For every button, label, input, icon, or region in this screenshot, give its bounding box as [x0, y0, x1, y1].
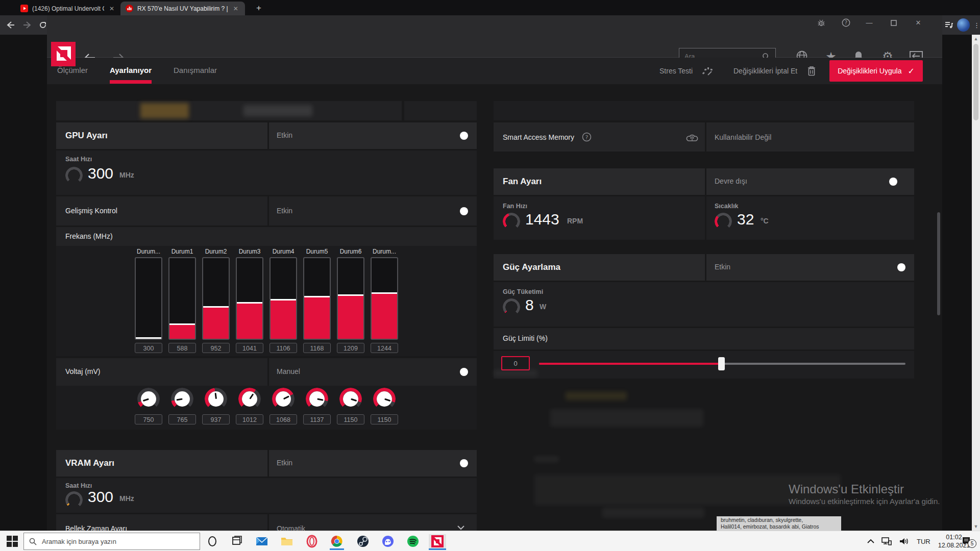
voltage-knob-column: 937: [202, 388, 230, 424]
bug-report-icon[interactable]: [813, 16, 830, 30]
voltage-knob[interactable]: [306, 388, 328, 410]
file-explorer-icon[interactable]: [280, 534, 294, 548]
frequency-value-box[interactable]: 1244: [371, 343, 398, 353]
browser-menu-icon[interactable]: ⋮: [973, 21, 980, 29]
frequency-bar[interactable]: [337, 257, 364, 340]
tab-close-icon[interactable]: ✕: [109, 5, 114, 12]
browser-forward-icon[interactable]: [22, 21, 32, 29]
browser-tab-2[interactable]: RX 570'e Nasıl UV Yapabilirim ? | ✕: [120, 2, 245, 15]
browser-tab-1[interactable]: (1426) Optimal Undervolt Core C... ✕: [15, 2, 119, 15]
vram-clock-value: 300: [88, 488, 113, 506]
tab-tuning[interactable]: Ayarlanıyor: [110, 58, 152, 84]
frequency-state-column: Durum31041: [236, 248, 263, 353]
voltage-value-box[interactable]: 765: [168, 414, 196, 424]
frequency-value-box[interactable]: 300: [135, 343, 162, 353]
memory-timing-dropdown[interactable]: Otomatik: [269, 514, 477, 531]
tab-advisors[interactable]: Danışmanlar: [174, 58, 217, 84]
voltage-knob-column: 1150: [371, 388, 398, 424]
close-icon[interactable]: ✕: [910, 16, 927, 30]
voltage-knobs: 75076593710121068113711501150: [135, 388, 410, 429]
temperature-unit: °C: [761, 217, 769, 225]
advanced-control-label: Gelişmiş Kontrol: [65, 207, 117, 215]
apply-changes-button[interactable]: Değişiklikleri Uygula ✓: [829, 60, 923, 82]
taskbar-search-box[interactable]: Aramak için buraya yazın: [23, 533, 200, 550]
fan-speed-value: 1443: [525, 211, 559, 228]
scrollbar-thumb[interactable]: [973, 44, 978, 120]
advanced-status-label: Etkin: [277, 207, 292, 215]
content-scrollbar-thumb[interactable]: [937, 212, 940, 315]
language-indicator[interactable]: TUR: [917, 531, 930, 551]
scroll-down-icon[interactable]: ▼: [972, 522, 980, 531]
sam-help-icon[interactable]: ?: [582, 132, 592, 142]
memory-timing-value: Otomatik: [277, 524, 305, 531]
browser-back-icon[interactable]: [6, 21, 15, 29]
spotify-icon[interactable]: [406, 534, 420, 548]
power-limit-value-box[interactable]: 0: [501, 356, 530, 370]
voltage-knob-column: 765: [168, 388, 196, 424]
frequency-value-box[interactable]: 1041: [236, 343, 263, 353]
new-tab-button[interactable]: +: [252, 2, 265, 14]
voltage-value-box[interactable]: 1068: [270, 414, 297, 424]
browser-scrollbar[interactable]: ▲ ▼: [972, 35, 980, 531]
voltage-value-box[interactable]: 1012: [236, 414, 263, 424]
voltage-knob[interactable]: [205, 388, 227, 410]
opera-browser-icon[interactable]: [305, 534, 319, 548]
voltage-value-box[interactable]: 1150: [371, 414, 398, 424]
volume-icon[interactable]: [898, 531, 910, 551]
voltage-value-box[interactable]: 1150: [337, 414, 364, 424]
browser-avatar[interactable]: [957, 18, 970, 32]
steam-icon[interactable]: [356, 534, 370, 548]
voltage-knob[interactable]: [272, 388, 295, 410]
scroll-up-icon[interactable]: ▲: [972, 35, 980, 43]
brain-icon: [685, 131, 699, 144]
frequency-bar[interactable]: [168, 257, 196, 340]
trash-icon[interactable]: [806, 65, 817, 77]
minimize-icon[interactable]: —: [861, 16, 878, 30]
voltage-value-box[interactable]: 937: [202, 414, 230, 424]
frequency-value-box[interactable]: 952: [202, 343, 230, 353]
voltage-knob[interactable]: [171, 388, 193, 410]
gpu-clock-unit: MHz: [119, 171, 134, 179]
background-comments-panel: bruhmetin, cladıburan, skyulgrette, Hali…: [717, 516, 841, 531]
help-icon[interactable]: ?: [837, 16, 854, 30]
media-control-icon[interactable]: [944, 21, 953, 29]
browser-reload-icon[interactable]: [39, 21, 47, 29]
power-limit-slider[interactable]: [539, 363, 905, 365]
frequency-value-box[interactable]: 588: [168, 343, 196, 353]
state-label: Durum1: [168, 248, 196, 255]
discord-icon[interactable]: [381, 534, 395, 548]
tab-close-icon[interactable]: ✕: [233, 5, 238, 12]
frequency-bar[interactable]: [236, 257, 263, 340]
fan-card-header-right: Devre dışı: [706, 168, 914, 195]
frequency-bar[interactable]: [270, 257, 297, 340]
network-icon[interactable]: [881, 531, 892, 551]
frequency-value-box[interactable]: 1106: [270, 343, 297, 353]
frequency-bar[interactable]: [135, 257, 162, 340]
frequency-bar[interactable]: [303, 257, 331, 340]
voltage-value-box[interactable]: 750: [135, 414, 162, 424]
vram-card-header-right: Etkin: [269, 450, 477, 477]
stress-test-button[interactable]: Stres Testi: [659, 58, 693, 84]
frequency-value-box[interactable]: 1168: [303, 343, 331, 353]
voltage-knob[interactable]: [339, 388, 362, 410]
voltage-knob[interactable]: [373, 388, 396, 410]
voltage-knob[interactable]: [238, 388, 261, 410]
cortana-icon[interactable]: [205, 534, 219, 548]
notification-center-icon[interactable]: 5: [962, 531, 973, 551]
radeon-taskbar-icon[interactable]: [429, 534, 446, 550]
tray-chevron-icon[interactable]: [867, 531, 875, 551]
discard-changes-button[interactable]: Değişiklikleri İptal Et: [733, 58, 797, 84]
slider-thumb[interactable]: [718, 357, 725, 370]
task-view-icon[interactable]: [230, 534, 244, 548]
mail-app-icon[interactable]: [255, 534, 269, 548]
chrome-browser-icon[interactable]: [330, 534, 344, 550]
frequency-bar[interactable]: [371, 257, 398, 340]
voltage-value-box[interactable]: 1137: [303, 414, 331, 424]
frequency-value-box[interactable]: 1209: [337, 343, 364, 353]
maximize-icon[interactable]: [885, 16, 902, 30]
state-label: Durum4: [270, 248, 297, 255]
voltage-knob[interactable]: [137, 388, 160, 410]
start-button[interactable]: [5, 534, 19, 548]
frequency-bar[interactable]: [202, 257, 230, 340]
voltage-knob-column: 1137: [303, 388, 331, 424]
